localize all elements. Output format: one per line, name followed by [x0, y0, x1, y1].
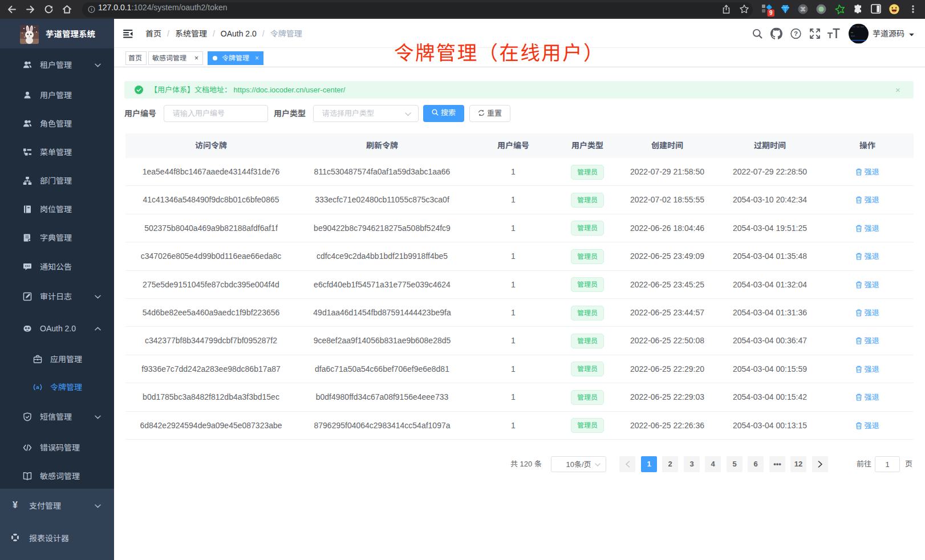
- svg-text:⌘: ⌘: [800, 6, 806, 13]
- svg-text:a: a: [36, 384, 39, 390]
- svg-text:?: ?: [794, 30, 798, 37]
- svg-text:9: 9: [769, 10, 773, 16]
- svg-text:¥: ¥: [13, 501, 18, 509]
